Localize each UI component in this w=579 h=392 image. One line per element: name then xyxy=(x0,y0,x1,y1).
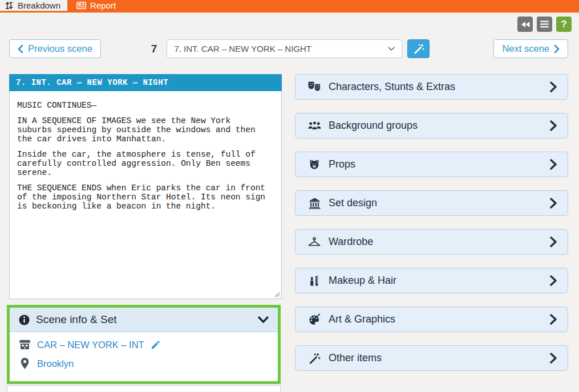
chevron-right-icon xyxy=(550,81,557,92)
tab-report-label: Report xyxy=(90,1,116,10)
chevron-right-icon xyxy=(554,44,560,54)
breakdown-sliders-icon xyxy=(5,1,14,10)
chevron-right-icon xyxy=(550,275,557,286)
next-scene-button[interactable]: Next scene xyxy=(493,39,568,58)
tab-report[interactable]: Report xyxy=(67,0,125,11)
utility-button-row: ? xyxy=(517,17,572,32)
set-name-link[interactable]: CAR – NEW YORK – INT xyxy=(37,340,144,350)
scene-info-panel-highlighted: Scene info & Set xyxy=(7,305,281,384)
category-label: Makeup & Hair xyxy=(329,275,396,287)
previous-scene-button[interactable]: Previous scene xyxy=(9,39,101,58)
category-other-items[interactable]: Other items xyxy=(295,345,568,371)
scene-info-body: CAR – NEW YORK – INT xyxy=(10,332,278,381)
category-props[interactable]: Props xyxy=(295,152,568,177)
scene-info-title: Scene info & Set xyxy=(36,313,117,326)
script-paragraph: Inside the car, the atmosphere is tense,… xyxy=(17,150,270,177)
category-label: Set design xyxy=(329,197,377,209)
chevron-right-icon xyxy=(550,198,557,209)
teddy-bear-icon xyxy=(307,159,321,170)
info-circle-icon xyxy=(19,315,30,325)
scene-select-value: 7. INT. CAR – NEW YORK – NIGHT xyxy=(174,44,311,54)
category-label: Background groups xyxy=(329,120,418,132)
map-marker-icon xyxy=(19,358,31,369)
tab-breakdown-label: Breakdown xyxy=(18,1,60,10)
chevron-right-icon xyxy=(550,353,557,364)
category-art-graphics[interactable]: Art & Graphics xyxy=(295,307,568,332)
edit-pencil-icon[interactable] xyxy=(151,340,160,350)
collapse-chevron-down-icon xyxy=(258,316,269,323)
category-label: Other items xyxy=(329,352,382,364)
list-icon xyxy=(540,21,549,28)
chevron-right-icon xyxy=(550,314,557,325)
wand-sparkles-icon xyxy=(307,353,321,364)
next-scene-label: Next scene xyxy=(502,43,549,54)
location-link[interactable]: Brooklyn xyxy=(37,358,74,369)
script-paragraph: IN A SEQUENCE OF IMAGES we see the New Y… xyxy=(17,116,270,144)
chevron-down-icon xyxy=(388,47,395,51)
help-question-icon: ? xyxy=(561,19,566,30)
chevron-right-icon xyxy=(550,236,557,247)
rewind-button[interactable] xyxy=(517,17,533,32)
category-label: Props xyxy=(329,158,355,170)
category-set-design[interactable]: Set design xyxy=(295,190,568,216)
breakdown-categories: Characters, Stunts & Extras Background g… xyxy=(295,74,568,391)
script-paragraph: MUSIC CONTINUES— xyxy=(17,101,270,110)
rewind-icon xyxy=(521,21,530,28)
scene-heading: 7. INT. CAR — NEW YORK — NIGHT xyxy=(9,74,282,91)
users-icon xyxy=(307,121,321,130)
script-column: 7. INT. CAR — NEW YORK — NIGHT MUSIC CON… xyxy=(9,74,282,391)
help-button[interactable]: ? xyxy=(556,17,572,32)
set-storefront-icon xyxy=(19,340,31,350)
category-label: Art & Graphics xyxy=(329,313,395,325)
resize-handle-icon[interactable] xyxy=(274,292,280,297)
script-paragraph: THE SEQUENCE ENDS when Eric parks the ca… xyxy=(17,183,270,211)
category-makeup-hair[interactable]: Makeup & Hair xyxy=(295,268,568,293)
list-button[interactable] xyxy=(537,17,552,32)
report-newspaper-icon xyxy=(76,2,86,9)
category-characters-stunts-extras[interactable]: Characters, Stunts & Extras xyxy=(295,74,568,100)
chevron-right-icon xyxy=(550,120,557,131)
auto-breakdown-wand-button[interactable] xyxy=(407,39,430,58)
main-content: 7. INT. CAR — NEW YORK — NIGHT MUSIC CON… xyxy=(9,74,568,391)
clothes-hanger-icon xyxy=(307,237,321,247)
landmark-icon xyxy=(307,198,321,209)
scene-number: 7 xyxy=(151,43,157,55)
scene-select-dropdown[interactable]: 7. INT. CAR – NEW YORK – NIGHT xyxy=(167,39,402,58)
chevron-left-icon xyxy=(18,44,23,54)
top-tab-bar: Breakdown Report xyxy=(0,0,579,13)
category-wardrobe[interactable]: Wardrobe xyxy=(295,229,568,255)
category-background-groups[interactable]: Background groups xyxy=(295,113,568,138)
category-label: Characters, Stunts & Extras xyxy=(329,81,455,93)
makeup-lipstick-comb-icon xyxy=(307,275,321,287)
set-name-row: CAR – NEW YORK – INT xyxy=(19,340,269,350)
scene-navigation-row: Previous scene 7 7. INT. CAR – NEW YORK … xyxy=(9,39,568,58)
tab-breakdown[interactable]: Breakdown xyxy=(0,0,67,11)
scene-script-text[interactable]: MUSIC CONTINUES— IN A SEQUENCE OF IMAGES… xyxy=(9,91,282,299)
scene-info-header[interactable]: Scene info & Set xyxy=(10,308,278,332)
chevron-right-icon xyxy=(550,159,557,170)
previous-scene-label: Previous scene xyxy=(28,43,92,54)
theater-masks-icon xyxy=(307,81,321,92)
magic-wand-icon xyxy=(413,43,424,55)
next-collapsed-panel-partial[interactable] xyxy=(7,385,281,391)
location-row: Brooklyn xyxy=(19,358,269,369)
tab-bar-orange-region: Report xyxy=(67,0,579,11)
category-label: Wardrobe xyxy=(329,236,373,248)
palette-brush-icon xyxy=(307,313,321,325)
